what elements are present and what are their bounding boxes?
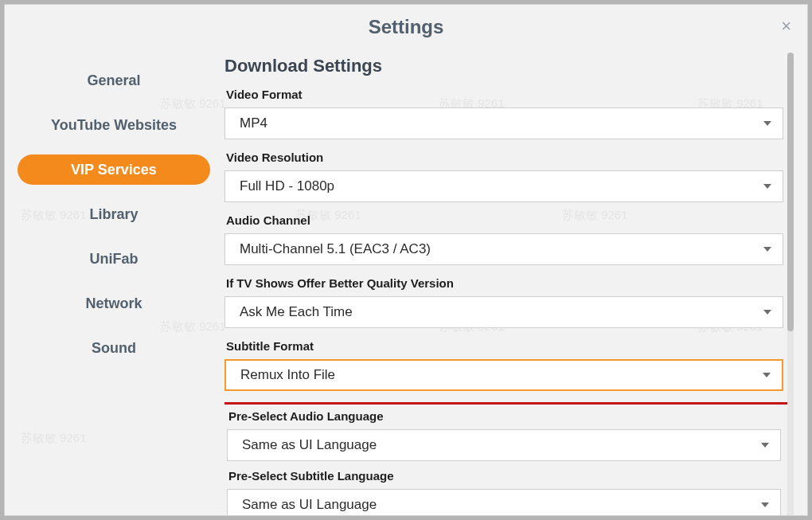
video-format-select[interactable]: MP4 <box>224 108 783 139</box>
sidebar-item-general[interactable]: General <box>18 65 210 96</box>
chevron-down-icon <box>763 310 771 315</box>
subtitle-format-select[interactable]: Remux Into File <box>224 359 783 391</box>
video-resolution-value: Full HD - 1080p <box>240 178 334 194</box>
sidebar-item-network[interactable]: Network <box>18 288 210 319</box>
section-title: Download Settings <box>224 56 783 76</box>
preselect-subtitle-label: Pre-Select Subtitle Language <box>228 469 781 483</box>
chevron-down-icon <box>761 443 769 448</box>
sidebar-item-youtube-websites[interactable]: YouTube Websites <box>18 110 210 140</box>
video-format-value: MP4 <box>240 115 267 131</box>
audio-channel-label: Audio Channel <box>226 213 783 227</box>
sidebar-item-vip-services[interactable]: VIP Services <box>18 154 210 185</box>
chevron-down-icon <box>763 121 771 126</box>
audio-channel-select[interactable]: Multi-Channel 5.1 (EAC3 / AC3) <box>224 233 783 265</box>
sidebar-item-library[interactable]: Library <box>18 199 210 229</box>
sidebar-item-label: UniFab <box>90 251 139 268</box>
sidebar-item-label: YouTube Websites <box>51 117 177 134</box>
sidebar-item-unifab[interactable]: UniFab <box>18 244 210 274</box>
scrollbar-thumb[interactable] <box>787 53 794 331</box>
settings-dialog: 苏敏敏 9261 苏敏敏 9261 苏敏敏 9261 苏敏敏 9261 苏敏敏 … <box>4 4 808 516</box>
chevron-down-icon <box>763 373 771 377</box>
sidebar-item-label: Library <box>89 206 138 223</box>
preselect-subtitle-value: Same as UI Language <box>242 497 377 513</box>
sidebar-item-label: Network <box>85 295 142 312</box>
tv-better-quality-label: If TV Shows Offer Better Quality Version <box>226 276 783 290</box>
preselect-audio-value: Same as UI Language <box>242 437 377 453</box>
close-icon[interactable]: × <box>781 16 791 37</box>
preselect-subtitle-select[interactable]: Same as UI Language <box>227 489 781 516</box>
sidebar: General YouTube Websites VIP Services Li… <box>11 53 217 516</box>
settings-panel: Download Settings Video Format MP4 Video… <box>217 53 796 516</box>
dialog-title: Settings <box>5 5 807 53</box>
chevron-down-icon <box>761 502 769 507</box>
tv-better-quality-select[interactable]: Ask Me Each Time <box>224 296 783 328</box>
chevron-down-icon <box>763 247 771 252</box>
video-resolution-label: Video Resolution <box>226 151 783 164</box>
chevron-down-icon <box>763 184 771 189</box>
preselect-audio-select[interactable]: Same as UI Language <box>227 429 781 461</box>
subtitle-format-value: Remux Into File <box>240 367 335 383</box>
scrollbar[interactable] <box>787 53 794 516</box>
subtitle-format-label: Subtitle Format <box>226 339 783 353</box>
sidebar-item-label: VIP Services <box>71 162 157 178</box>
preselect-audio-label: Pre-Select Audio Language <box>228 409 781 423</box>
video-resolution-select[interactable]: Full HD - 1080p <box>224 170 783 202</box>
sidebar-item-label: General <box>87 72 140 89</box>
sidebar-item-sound[interactable]: Sound <box>18 333 210 363</box>
audio-channel-value: Multi-Channel 5.1 (EAC3 / AC3) <box>240 241 431 257</box>
highlight-box: Pre-Select Audio Language Same as UI Lan… <box>224 402 790 516</box>
sidebar-item-label: Sound <box>92 340 136 357</box>
video-format-label: Video Format <box>226 88 783 101</box>
tv-better-quality-value: Ask Me Each Time <box>240 304 353 320</box>
